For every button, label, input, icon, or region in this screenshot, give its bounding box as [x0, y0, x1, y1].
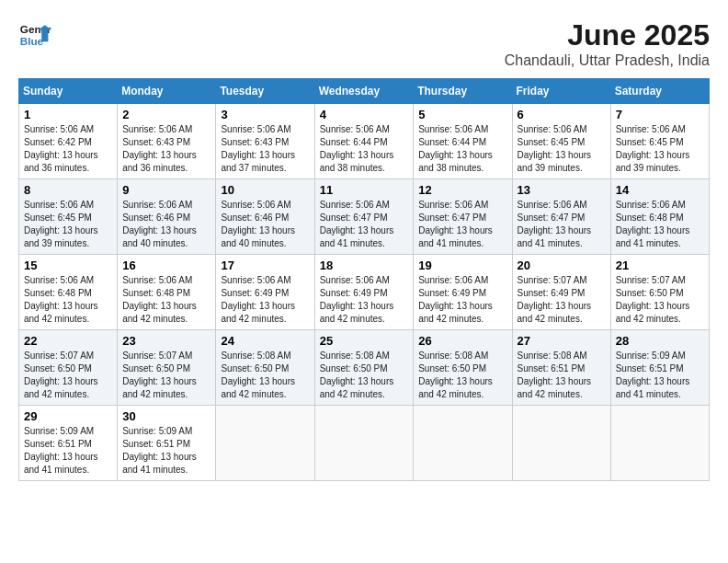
day-number: 5 [418, 108, 506, 121]
day-info: Sunrise: 5:06 AMSunset: 6:43 PMDaylight:… [122, 123, 210, 175]
day-number: 7 [616, 108, 704, 121]
calendar-cell: 14Sunrise: 5:06 AMSunset: 6:48 PMDayligh… [610, 179, 709, 255]
day-number: 3 [221, 108, 309, 121]
weekday-header-sunday: Sunday [19, 79, 118, 104]
logo-icon: General Blue [18, 18, 51, 52]
day-info: Sunrise: 5:06 AMSunset: 6:42 PMDaylight:… [24, 123, 112, 175]
calendar-cell: 15Sunrise: 5:06 AMSunset: 6:48 PMDayligh… [19, 255, 118, 330]
calendar-cell: 10Sunrise: 5:06 AMSunset: 6:46 PMDayligh… [216, 179, 314, 255]
day-number: 1 [24, 108, 112, 121]
day-number: 12 [418, 183, 506, 197]
calendar-cell: 19Sunrise: 5:06 AMSunset: 6:49 PMDayligh… [414, 255, 512, 330]
day-number: 30 [122, 409, 210, 423]
day-info: Sunrise: 5:07 AMSunset: 6:50 PMDaylight:… [24, 350, 112, 401]
day-number: 10 [221, 183, 309, 197]
day-info: Sunrise: 5:06 AMSunset: 6:44 PMDaylight:… [320, 123, 409, 175]
page-header: General Blue June 2025 Chandauli, Uttar … [18, 18, 710, 69]
title-area: June 2025 Chandauli, Uttar Pradesh, Indi… [505, 18, 710, 69]
calendar-cell: 22Sunrise: 5:07 AMSunset: 6:50 PMDayligh… [19, 330, 118, 406]
day-info: Sunrise: 5:06 AMSunset: 6:45 PMDaylight:… [616, 123, 704, 175]
day-info: Sunrise: 5:06 AMSunset: 6:44 PMDaylight:… [418, 123, 506, 175]
calendar-cell: 4Sunrise: 5:06 AMSunset: 6:44 PMDaylight… [314, 104, 414, 179]
day-info: Sunrise: 5:06 AMSunset: 6:47 PMDaylight:… [320, 199, 409, 250]
day-info: Sunrise: 5:09 AMSunset: 6:51 PMDaylight:… [616, 350, 704, 401]
day-number: 23 [122, 334, 210, 348]
day-number: 11 [320, 183, 409, 197]
calendar-cell: 3Sunrise: 5:06 AMSunset: 6:43 PMDaylight… [216, 104, 314, 179]
calendar-cell: 13Sunrise: 5:06 AMSunset: 6:47 PMDayligh… [512, 179, 610, 255]
day-info: Sunrise: 5:06 AMSunset: 6:49 PMDaylight:… [221, 274, 309, 326]
day-number: 14 [616, 183, 704, 197]
weekday-header-thursday: Thursday [414, 79, 512, 104]
calendar-table: SundayMondayTuesdayWednesdayThursdayFrid… [18, 78, 710, 481]
calendar-cell [414, 406, 512, 481]
calendar-cell: 25Sunrise: 5:08 AMSunset: 6:50 PMDayligh… [314, 330, 414, 406]
day-info: Sunrise: 5:08 AMSunset: 6:50 PMDaylight:… [418, 350, 506, 401]
day-info: Sunrise: 5:06 AMSunset: 6:43 PMDaylight:… [221, 123, 309, 175]
calendar-cell: 21Sunrise: 5:07 AMSunset: 6:50 PMDayligh… [610, 255, 709, 330]
calendar-cell: 11Sunrise: 5:06 AMSunset: 6:47 PMDayligh… [314, 179, 414, 255]
calendar-cell: 8Sunrise: 5:06 AMSunset: 6:45 PMDaylight… [19, 179, 118, 255]
calendar-cell [216, 406, 314, 481]
day-number: 6 [518, 108, 606, 121]
calendar-row-3: 22Sunrise: 5:07 AMSunset: 6:50 PMDayligh… [19, 330, 710, 406]
day-info: Sunrise: 5:06 AMSunset: 6:46 PMDaylight:… [221, 199, 309, 250]
weekday-header-saturday: Saturday [610, 79, 709, 104]
calendar-cell: 9Sunrise: 5:06 AMSunset: 6:46 PMDaylight… [118, 179, 216, 255]
calendar-cell: 2Sunrise: 5:06 AMSunset: 6:43 PMDaylight… [118, 104, 216, 179]
day-number: 28 [616, 334, 704, 348]
day-number: 29 [24, 409, 112, 423]
day-number: 9 [122, 183, 210, 197]
day-info: Sunrise: 5:08 AMSunset: 6:50 PMDaylight:… [320, 350, 409, 401]
calendar-cell: 26Sunrise: 5:08 AMSunset: 6:50 PMDayligh… [414, 330, 512, 406]
calendar-cell: 7Sunrise: 5:06 AMSunset: 6:45 PMDaylight… [610, 104, 709, 179]
day-info: Sunrise: 5:06 AMSunset: 6:49 PMDaylight:… [418, 274, 506, 326]
day-info: Sunrise: 5:06 AMSunset: 6:48 PMDaylight:… [24, 274, 112, 326]
day-info: Sunrise: 5:06 AMSunset: 6:48 PMDaylight:… [616, 199, 704, 250]
day-info: Sunrise: 5:06 AMSunset: 6:49 PMDaylight:… [320, 274, 409, 326]
calendar-cell [512, 406, 610, 481]
day-number: 2 [122, 108, 210, 121]
calendar-cell: 5Sunrise: 5:06 AMSunset: 6:44 PMDaylight… [414, 104, 512, 179]
weekday-header-friday: Friday [512, 79, 610, 104]
weekday-header-wednesday: Wednesday [314, 79, 414, 104]
day-number: 25 [320, 334, 409, 348]
calendar-cell: 17Sunrise: 5:06 AMSunset: 6:49 PMDayligh… [216, 255, 314, 330]
day-number: 17 [221, 259, 309, 272]
calendar-row-4: 29Sunrise: 5:09 AMSunset: 6:51 PMDayligh… [19, 406, 710, 481]
location-title: Chandauli, Uttar Pradesh, India [505, 52, 710, 69]
calendar-cell: 30Sunrise: 5:09 AMSunset: 6:51 PMDayligh… [118, 406, 216, 481]
month-title: June 2025 [505, 18, 710, 52]
calendar-cell: 24Sunrise: 5:08 AMSunset: 6:50 PMDayligh… [216, 330, 314, 406]
day-number: 21 [616, 259, 704, 272]
calendar-cell [610, 406, 709, 481]
calendar-cell: 27Sunrise: 5:08 AMSunset: 6:51 PMDayligh… [512, 330, 610, 406]
day-number: 18 [320, 259, 409, 272]
day-info: Sunrise: 5:06 AMSunset: 6:47 PMDaylight:… [518, 199, 606, 250]
weekday-header-tuesday: Tuesday [216, 79, 314, 104]
day-number: 4 [320, 108, 409, 121]
day-number: 19 [418, 259, 506, 272]
day-info: Sunrise: 5:07 AMSunset: 6:50 PMDaylight:… [616, 274, 704, 326]
calendar-cell [314, 406, 414, 481]
day-info: Sunrise: 5:06 AMSunset: 6:47 PMDaylight:… [418, 199, 506, 250]
day-info: Sunrise: 5:08 AMSunset: 6:51 PMDaylight:… [518, 350, 606, 401]
svg-text:Blue: Blue [20, 35, 44, 47]
weekday-header-monday: Monday [118, 79, 216, 104]
day-number: 8 [24, 183, 112, 197]
weekday-header-row: SundayMondayTuesdayWednesdayThursdayFrid… [19, 79, 710, 104]
calendar-row-0: 1Sunrise: 5:06 AMSunset: 6:42 PMDaylight… [19, 104, 710, 179]
calendar-cell: 28Sunrise: 5:09 AMSunset: 6:51 PMDayligh… [610, 330, 709, 406]
day-info: Sunrise: 5:06 AMSunset: 6:48 PMDaylight:… [122, 274, 210, 326]
calendar-cell: 6Sunrise: 5:06 AMSunset: 6:45 PMDaylight… [512, 104, 610, 179]
day-number: 16 [122, 259, 210, 272]
day-info: Sunrise: 5:07 AMSunset: 6:50 PMDaylight:… [122, 350, 210, 401]
day-number: 22 [24, 334, 112, 348]
calendar-row-2: 15Sunrise: 5:06 AMSunset: 6:48 PMDayligh… [19, 255, 710, 330]
calendar-cell: 1Sunrise: 5:06 AMSunset: 6:42 PMDaylight… [19, 104, 118, 179]
day-number: 24 [221, 334, 309, 348]
day-info: Sunrise: 5:08 AMSunset: 6:50 PMDaylight:… [221, 350, 309, 401]
day-number: 27 [518, 334, 606, 348]
day-number: 13 [518, 183, 606, 197]
calendar-cell: 20Sunrise: 5:07 AMSunset: 6:49 PMDayligh… [512, 255, 610, 330]
